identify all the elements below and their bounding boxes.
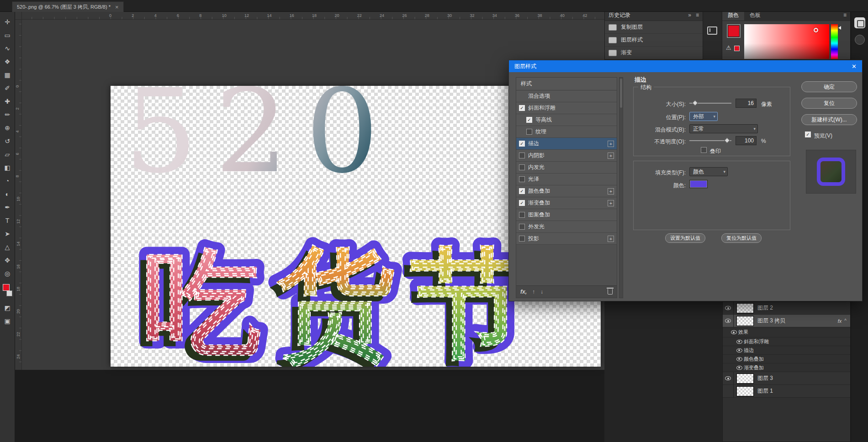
add-effect-fx-button[interactable]: fx, — [520, 289, 527, 295]
gradient-tool[interactable]: ◧ — [0, 161, 15, 174]
visibility-toggle[interactable] — [735, 363, 744, 372]
style-item-contour[interactable]: ✓等高线 — [516, 114, 617, 126]
adjustments-panel-icon[interactable] — [855, 35, 865, 45]
blend-mode-dropdown[interactable]: 正常 ▾ — [689, 124, 758, 133]
hand-tool[interactable]: ✥ — [0, 254, 15, 267]
reset-default-button[interactable]: 复位为默认值 — [721, 233, 762, 243]
style-checkbox-drop-shadow[interactable] — [519, 236, 525, 242]
path-selection-tool[interactable]: ➤ — [0, 227, 15, 241]
fill-type-dropdown[interactable]: 颜色 ▾ — [689, 167, 728, 176]
panel-menu-icon[interactable]: ≡ — [696, 12, 699, 18]
expand-plus-icon[interactable]: + — [608, 200, 614, 206]
style-item-inner-shadow[interactable]: 内阴影+ — [516, 150, 617, 162]
saturation-brightness-field[interactable] — [744, 24, 829, 59]
type-tool[interactable]: T — [0, 214, 15, 227]
style-checkbox-outer-glow[interactable] — [519, 224, 525, 230]
document-tab[interactable]: 520-.png @ 66.7% (图层 3 拷贝, RGB/8) * × — [12, 1, 124, 12]
style-item-outer-glow[interactable]: 外发光 — [516, 221, 617, 233]
quick-selection-tool[interactable]: ❖ — [0, 55, 15, 68]
style-item-texture[interactable]: 纹理 — [516, 126, 617, 138]
visibility-toggle[interactable] — [723, 302, 734, 314]
style-item-blending-options[interactable]: 混合选项 — [516, 90, 617, 102]
opacity-value-field[interactable]: 100 — [736, 136, 757, 145]
color-cursor[interactable] — [814, 28, 818, 32]
marquee-tool[interactable]: ▭ — [0, 29, 15, 42]
gamut-warning-swatch[interactable] — [734, 46, 740, 51]
clone-stamp-tool[interactable]: ⊕ — [0, 121, 15, 135]
history-item[interactable]: 渐变 — [605, 47, 703, 59]
history-item[interactable]: 复制图层 — [605, 21, 703, 34]
styles-header-item[interactable]: 样式 — [516, 78, 617, 90]
style-checkbox-pattern-overlay[interactable] — [519, 212, 525, 218]
quick-mask-button[interactable]: ◩ — [0, 301, 15, 315]
expand-plus-icon[interactable]: + — [608, 153, 614, 159]
visibility-toggle[interactable] — [735, 337, 744, 346]
vertical-ruler[interactable]: 024681012141618202224 — [15, 20, 22, 370]
layer-row[interactable]: 图层 3 拷贝fx^ — [723, 315, 850, 327]
layer-row[interactable]: 图层 1 — [723, 385, 850, 398]
history-brush-tool[interactable]: ↺ — [0, 135, 15, 148]
history-item[interactable]: 图层样式 — [605, 34, 703, 47]
style-checkbox-stroke[interactable]: ✓ — [519, 141, 525, 147]
make-default-button[interactable]: 设置为默认值 — [665, 233, 705, 243]
size-slider-thumb[interactable] — [692, 100, 698, 106]
style-item-drop-shadow[interactable]: 投影+ — [516, 233, 617, 245]
visibility-toggle[interactable] — [729, 327, 738, 337]
horizontal-ruler[interactable]: 024681012141618202224262830323436384042 — [15, 12, 604, 20]
move-tool[interactable]: ✛ — [0, 16, 15, 29]
fx-badge[interactable]: fx — [838, 318, 845, 324]
foreground-background-swatches[interactable] — [0, 280, 15, 301]
layer-row[interactable]: 图层 2 — [723, 302, 850, 315]
style-item-bevel-emboss[interactable]: ✓斜面和浮雕 — [516, 102, 617, 114]
opacity-slider-thumb[interactable] — [724, 137, 730, 143]
move-effect-down-icon[interactable]: ↓ — [540, 289, 543, 295]
ruler-origin-box[interactable] — [15, 12, 22, 20]
background-color-swatch[interactable] — [6, 290, 12, 296]
expand-plus-icon[interactable]: + — [608, 188, 614, 195]
visibility-toggle[interactable] — [735, 346, 744, 354]
eraser-tool[interactable]: ▱ — [0, 148, 15, 161]
overprint-checkbox[interactable] — [701, 147, 707, 153]
delete-effect-trash-icon[interactable] — [608, 289, 613, 295]
hue-slider-arrow-icon[interactable] — [838, 26, 841, 30]
visibility-toggle[interactable] — [723, 315, 734, 327]
style-item-pattern-overlay[interactable]: 图案叠加 — [516, 209, 617, 221]
screen-mode-button[interactable]: ▣ — [0, 315, 15, 328]
style-checkbox-satin[interactable] — [519, 176, 525, 182]
scrollbar-thumb[interactable] — [620, 79, 622, 108]
styles-scrollbar[interactable] — [619, 77, 623, 298]
layer-row[interactable]: 图层 3 — [723, 372, 850, 385]
stroke-color-swatch[interactable] — [689, 180, 708, 188]
shape-tool[interactable]: △ — [0, 241, 15, 254]
hue-slider[interactable] — [831, 24, 838, 59]
style-item-satin[interactable]: 光泽 — [516, 174, 617, 185]
style-checkbox-texture[interactable] — [526, 129, 532, 135]
collapse-chevron-icon[interactable]: ^ — [844, 318, 850, 323]
effect-row[interactable]: 效果 — [723, 327, 850, 337]
style-item-inner-glow[interactable]: 内发光 — [516, 162, 617, 174]
style-item-gradient-overlay[interactable]: ✓渐变叠加+ — [516, 197, 617, 209]
size-value-field[interactable]: 16 — [736, 99, 757, 108]
style-checkbox-bevel-emboss[interactable]: ✓ — [519, 105, 525, 111]
style-checkbox-gradient-overlay[interactable]: ✓ — [519, 200, 525, 206]
effect-row[interactable]: 渐变叠加 — [723, 363, 850, 372]
effect-row[interactable]: 描边 — [723, 346, 850, 355]
opacity-slider[interactable] — [689, 136, 731, 145]
foreground-color-swatch[interactable] — [3, 284, 10, 291]
blur-tool[interactable]: ◔ — [0, 174, 15, 188]
visibility-toggle[interactable] — [735, 355, 744, 363]
preview-checkbox[interactable]: ✓ — [805, 132, 811, 137]
dialog-close-icon[interactable]: ✕ — [852, 63, 857, 70]
effect-row[interactable]: 斜面和浮雕 — [723, 337, 850, 346]
position-dropdown[interactable]: 外部 ▾ — [689, 112, 718, 121]
style-checkbox-color-overlay[interactable]: ✓ — [519, 188, 525, 194]
healing-brush-tool[interactable]: ✚ — [0, 95, 15, 108]
visibility-toggle[interactable] — [723, 385, 734, 397]
pen-tool[interactable]: ✒ — [0, 201, 15, 214]
style-item-color-overlay[interactable]: ✓颜色叠加+ — [516, 185, 617, 197]
lasso-tool[interactable]: ∿ — [0, 42, 15, 55]
zoom-tool[interactable]: ◎ — [0, 267, 15, 280]
effect-row[interactable]: 颜色叠加 — [723, 355, 850, 363]
crop-tool[interactable]: ▦ — [0, 68, 15, 82]
size-slider[interactable] — [689, 99, 731, 108]
